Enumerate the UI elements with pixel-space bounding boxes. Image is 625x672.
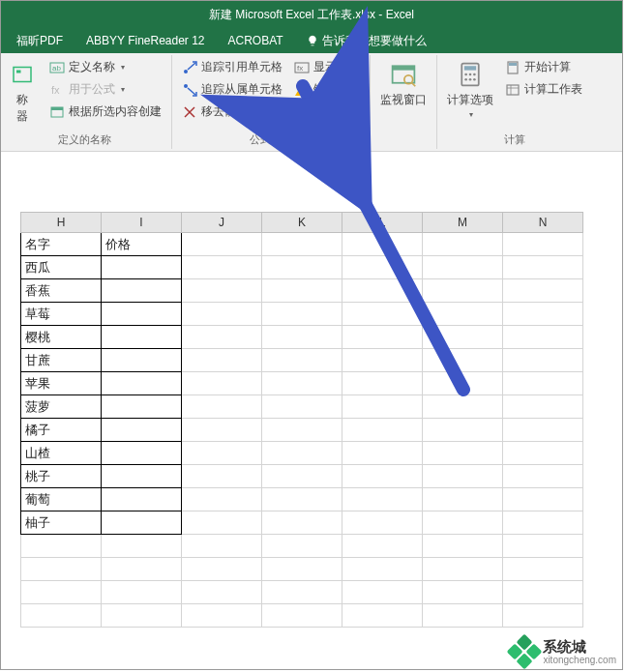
cell[interactable] <box>423 465 503 488</box>
cell[interactable] <box>182 326 262 349</box>
cell[interactable] <box>503 488 583 511</box>
cell[interactable] <box>262 372 342 395</box>
column-header-L[interactable]: L <box>342 213 423 233</box>
cell[interactable] <box>102 349 182 372</box>
cell[interactable] <box>102 535 182 558</box>
cell[interactable]: 橘子 <box>21 419 102 442</box>
cell[interactable] <box>342 372 423 395</box>
cell[interactable] <box>503 233 583 256</box>
cell[interactable] <box>423 488 503 511</box>
cell[interactable] <box>503 279 583 303</box>
tell-me-search[interactable]: 告诉我你想要做什么 <box>295 29 438 53</box>
cell[interactable] <box>342 279 423 303</box>
cell[interactable] <box>342 419 423 442</box>
cell[interactable]: 桃子 <box>21 465 102 488</box>
cell[interactable] <box>102 419 182 442</box>
cell[interactable] <box>102 465 182 488</box>
cell[interactable] <box>342 326 423 349</box>
cell[interactable] <box>423 326 503 349</box>
cell[interactable] <box>182 511 262 535</box>
calculation-options-button[interactable]: 计算选项 ▾ <box>443 57 497 121</box>
cell[interactable] <box>342 442 423 465</box>
cell[interactable] <box>423 349 503 372</box>
define-name-button[interactable]: ab 定义名称 ▾ <box>45 57 165 77</box>
trace-dependents-button[interactable]: 追踪从属单元格 <box>178 79 286 100</box>
use-in-formula-button[interactable]: fx 用于公式 ▾ <box>45 79 165 100</box>
cell[interactable]: 柚子 <box>21 511 102 535</box>
cell[interactable] <box>342 535 423 558</box>
cell[interactable]: 名字 <box>21 233 102 256</box>
cell[interactable] <box>503 604 583 628</box>
cell[interactable] <box>423 604 503 628</box>
cell[interactable] <box>262 303 342 326</box>
cell[interactable] <box>182 256 262 279</box>
cell[interactable] <box>423 279 503 303</box>
cell[interactable] <box>503 465 583 488</box>
cell[interactable] <box>423 511 503 535</box>
cell[interactable] <box>423 256 503 279</box>
cell[interactable] <box>423 372 503 395</box>
cell[interactable] <box>182 372 262 395</box>
cell[interactable] <box>182 442 262 465</box>
cell[interactable] <box>503 395 583 419</box>
cell[interactable] <box>423 233 503 256</box>
cell[interactable] <box>342 558 423 581</box>
cell[interactable] <box>503 349 583 372</box>
tab-foxit-pdf[interactable]: 福昕PDF <box>5 29 74 53</box>
cell[interactable] <box>182 465 262 488</box>
cell[interactable] <box>102 604 182 628</box>
cell[interactable] <box>182 604 262 628</box>
cell[interactable] <box>21 558 102 581</box>
tab-acrobat[interactable]: ACROBAT <box>217 30 295 51</box>
cell[interactable] <box>262 511 342 535</box>
cell[interactable] <box>262 256 342 279</box>
cell[interactable] <box>21 535 102 558</box>
cell[interactable] <box>182 349 262 372</box>
cell[interactable] <box>182 535 262 558</box>
cell[interactable] <box>262 349 342 372</box>
remove-arrows-button[interactable]: 移去箭头 ▾ <box>178 102 286 122</box>
cell[interactable]: 山楂 <box>21 442 102 465</box>
trace-precedents-button[interactable]: 追踪引用单元格 <box>178 57 286 77</box>
tab-abbyy[interactable]: ABBYY FineReader 12 <box>74 30 217 51</box>
column-header-K[interactable]: K <box>262 213 342 233</box>
cell[interactable] <box>342 303 423 326</box>
spreadsheet-area[interactable]: HIJKLMN 名字价格西瓜香蕉草莓樱桃甘蔗苹果菠萝橘子山楂桃子葡萄柚子 <box>1 154 622 669</box>
cell[interactable] <box>342 488 423 511</box>
cell[interactable] <box>262 535 342 558</box>
cell[interactable] <box>262 233 342 256</box>
cell[interactable] <box>423 535 503 558</box>
cell[interactable] <box>102 256 182 279</box>
cell[interactable] <box>102 395 182 419</box>
cell[interactable] <box>503 511 583 535</box>
cell[interactable] <box>342 395 423 419</box>
cell[interactable] <box>423 395 503 419</box>
column-header-M[interactable]: M <box>423 213 503 233</box>
name-manager-button-partial[interactable]: 称 器 <box>3 57 42 127</box>
cell[interactable] <box>102 372 182 395</box>
cell[interactable] <box>182 303 262 326</box>
cell[interactable] <box>262 581 342 604</box>
create-from-selection-button[interactable]: 根据所选内容创建 <box>45 102 165 122</box>
column-header-I[interactable]: I <box>102 213 182 233</box>
cell[interactable] <box>182 558 262 581</box>
column-header-H[interactable]: H <box>21 213 102 233</box>
cell[interactable] <box>342 511 423 535</box>
cell[interactable] <box>102 279 182 303</box>
cell[interactable]: 草莓 <box>21 303 102 326</box>
cell[interactable] <box>503 581 583 604</box>
cell[interactable] <box>182 279 262 303</box>
cell[interactable] <box>503 535 583 558</box>
cell[interactable] <box>342 604 423 628</box>
cell[interactable] <box>423 581 503 604</box>
cell[interactable] <box>503 303 583 326</box>
cell[interactable] <box>262 558 342 581</box>
cell[interactable] <box>423 303 503 326</box>
column-header-J[interactable]: J <box>182 213 262 233</box>
cell[interactable]: 甘蔗 <box>21 349 102 372</box>
evaluate-formula-button[interactable]: fx 公式求 <box>290 102 364 122</box>
cell[interactable] <box>423 442 503 465</box>
show-formulas-button[interactable]: fx 显示公式 <box>290 57 364 77</box>
cell[interactable] <box>423 558 503 581</box>
cell[interactable] <box>342 465 423 488</box>
